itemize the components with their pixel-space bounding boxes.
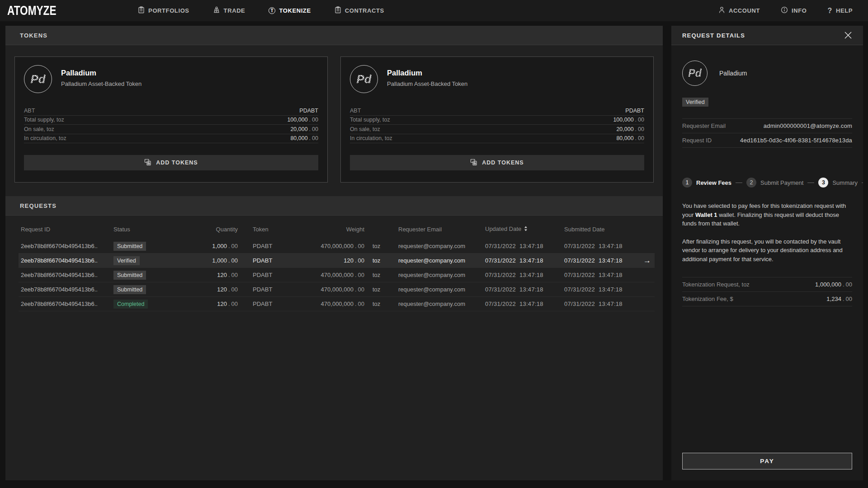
step-number: 3 [818,178,828,188]
stat-row-abt: ABT PDABT [350,106,644,116]
unit-cell: toz [364,300,389,307]
nav-item-trade[interactable]: TRADE [213,6,245,15]
stepper-step[interactable]: 1 Review Fees [682,178,746,188]
submitted-date-cell: 07/31/2022 13:47:18 [564,257,643,264]
step-number: 2 [746,178,756,188]
brand-logo[interactable]: ATOMYZE [7,3,57,18]
updated-date-cell: 07/31/2022 13:47:18 [485,286,564,293]
token-card-titles: Palladium Palladium Asset-Backed Token [387,65,467,87]
payment-stepper: 1 Review Fees 2 Submit Payment 3 Summary [682,178,852,188]
nav-item-tokenize[interactable]: T TOKENIZE [269,7,311,14]
stepper-step[interactable]: 2 Submit Payment [746,178,818,188]
panel-token-name: Palladium [719,70,747,77]
pay-button[interactable]: PAY [682,453,852,469]
row-arrow-icon[interactable]: → [643,256,655,265]
email-cell: requester@company.com [389,300,485,307]
step-label: Summary [832,179,858,186]
updated-date-cell: 07/31/2022 13:47:18 [485,300,564,307]
token-cell: PDABT [238,286,283,293]
add-tokens-label: ADD TOKENS [156,160,198,166]
tokens-section-title: TOKENS [20,32,47,39]
col-request-id: Request ID [19,226,113,233]
updated-date-cell: 07/31/2022 13:47:18 [485,243,564,249]
email-cell: requester@company.com [389,286,485,293]
main-column: TOKENS Pd Palladium Palladium Asset-Back… [5,26,663,480]
weight-cell: 12000 [283,257,364,264]
nav-item-portfolios[interactable]: PORTFOLIOS [138,6,189,15]
col-updated-date[interactable]: Updated Date [485,225,564,233]
nav-item-account[interactable]: ACCOUNT [718,6,760,15]
status-cell: Verified [113,256,170,265]
email-cell: requester@company.com [389,257,485,264]
status-cell: Completed [113,300,170,309]
token-cell: PDABT [238,257,283,264]
quantity-cell: 1,00000 [170,257,238,264]
request-row[interactable]: 2eeb78b8f66704b495413b6.. Submitted 1,00… [19,239,655,253]
person-icon [718,6,725,15]
quantity-cell: 12000 [170,272,238,278]
request-row[interactable]: 2eeb78b8f66704b495413b6.. Submitted 1200… [19,268,655,282]
quantity-cell: 12000 [170,286,238,293]
status-badge: Submitted [113,242,146,251]
info-icon [781,6,788,15]
nav-item-info[interactable]: INFO [781,6,807,15]
status-cell: Submitted [113,271,170,280]
nav-item-label: HELP [836,7,853,14]
updated-date-cell: 07/31/2022 13:47:18 [485,272,564,278]
step-connector [736,183,742,183]
close-icon[interactable] [843,30,853,40]
field-row: Requester Email admin000000001@atomyze.c… [682,119,852,133]
requests-section-title: REQUESTS [20,202,57,209]
panel-body: Pd Palladium Verified Requester Email ad… [671,45,863,480]
requests-section-header: REQUESTS [5,196,663,216]
palladium-logo-icon: Pd [350,65,378,93]
col-requester-email: Requester Email [389,226,485,233]
col-token: Token [238,226,283,233]
quantity-cell: 12000 [170,300,238,307]
token-name: Palladium [61,69,142,77]
token-cell: PDABT [238,243,283,249]
unit-cell: toz [364,257,389,264]
add-tokens-button[interactable]: ADD TOKENS [24,155,318,170]
nav-item-label: INFO [792,7,807,14]
token-subtitle: Palladium Asset-Backed Token [61,80,142,87]
unit-cell: toz [364,272,389,278]
request-row[interactable]: 2eeb78b8f66704b495413b6.. Submitted 1200… [19,282,655,297]
sort-arrows-icon[interactable] [524,226,528,233]
tokens-section-header: TOKENS [5,26,663,45]
request-id-cell: 2eeb78b8f66704b495413b6.. [19,257,113,264]
description-paragraph-1: You have selected to pay fees for this t… [682,202,852,228]
requests-table-header: Request ID Status Quantity Token Weight … [19,216,655,239]
status-badge: Submitted [113,271,146,280]
panel-title: REQUEST DETAILS [682,32,745,39]
top-nav: ATOMYZE PORTFOLIOS TRADE T TOKENIZE CONT… [0,0,868,21]
nav-item-help[interactable]: ? HELP [828,7,853,15]
status-badge: Submitted [113,285,146,294]
nav-item-label: TOKENIZE [279,7,311,14]
submitted-date-cell: 07/31/2022 13:47:18 [564,243,643,249]
token-subtitle: Palladium Asset-Backed Token [387,80,467,87]
panel-summary: Tokenization Request, toz 1,000,00000 To… [682,277,852,306]
clipboard-icon [335,6,341,15]
token-card-titles: Palladium Palladium Asset-Backed Token [61,65,142,87]
submitted-date-cell: 07/31/2022 13:47:18 [564,272,643,278]
weight-icon [213,6,220,15]
token-card: Pd Palladium Palladium Asset-Backed Toke… [14,56,328,183]
palladium-logo-icon: Pd [24,65,52,93]
request-row[interactable]: 2eeb78b8f66704b495413b6.. Completed 1200… [19,297,655,311]
email-cell: requester@company.com [389,243,485,249]
panel-header: REQUEST DETAILS [671,26,863,45]
add-tokens-button[interactable]: ADD TOKENS [350,155,644,170]
stat-row-on-sale: On sale, toz 20,00000 [24,125,318,134]
question-icon: ? [828,7,832,15]
panel-fields: Requester Email admin000000001@atomyze.c… [682,118,852,148]
nav-item-contracts[interactable]: CONTRACTS [335,6,384,15]
col-submitted-date: Submitted Date [564,226,643,233]
request-row[interactable]: 2eeb78b8f66704b495413b6.. Verified 1,000… [19,253,655,268]
token-name: Palladium [387,69,467,77]
token-card: Pd Palladium Palladium Asset-Backed Toke… [340,56,654,183]
stepper-step[interactable]: 3 Summary [818,178,863,188]
clipboard-icon [138,6,145,15]
request-id-cell: 2eeb78b8f66704b495413b6.. [19,286,113,293]
status-cell: Submitted [113,242,170,251]
